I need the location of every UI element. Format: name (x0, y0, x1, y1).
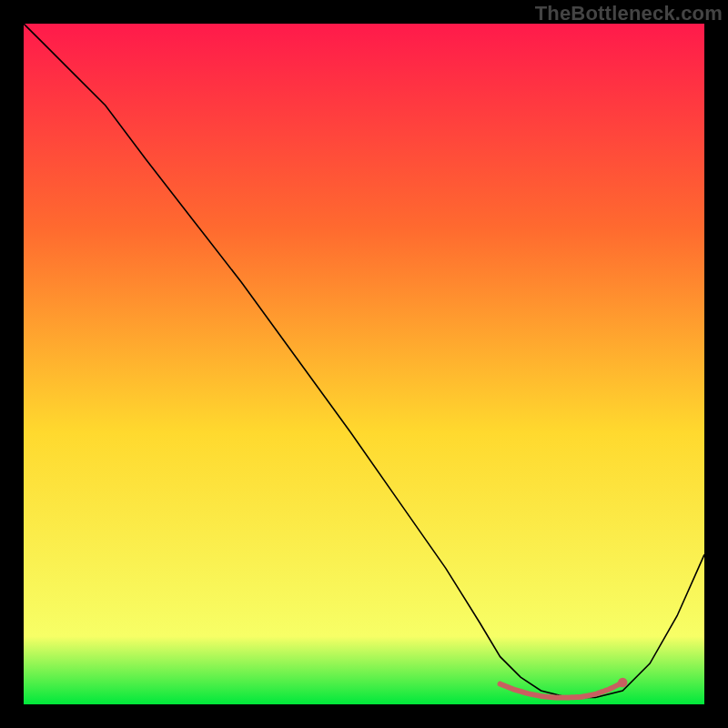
chart-container: TheBottleneck.com (0, 0, 728, 728)
marker-dot (618, 678, 627, 687)
watermark-text: TheBottleneck.com (535, 2, 723, 25)
chart-background (24, 24, 704, 704)
chart-svg (24, 24, 704, 704)
